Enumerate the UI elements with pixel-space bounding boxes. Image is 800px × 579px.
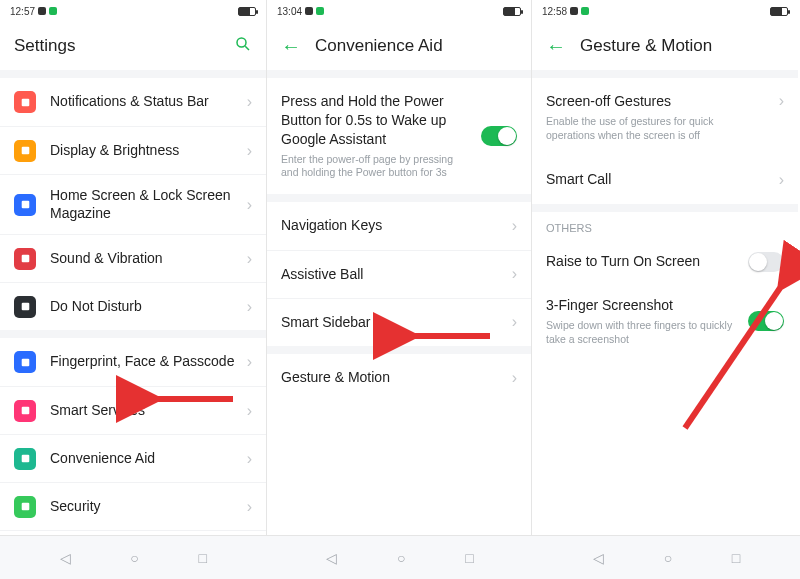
- list-item[interactable]: Assistive Ball›: [267, 250, 531, 298]
- row-label: Home Screen & Lock Screen Magazine: [50, 187, 239, 222]
- row-label: Security: [50, 498, 239, 516]
- nav-back-icon[interactable]: ◁: [593, 550, 604, 566]
- list-item[interactable]: Security›: [0, 482, 266, 530]
- row-label: Navigation Keys: [281, 217, 504, 235]
- list-item[interactable]: Sound & Vibration›: [0, 234, 266, 282]
- title-bar: ← Convenience Aid: [267, 22, 531, 70]
- page-title: Convenience Aid: [315, 36, 443, 56]
- chevron-right-icon: ›: [247, 142, 252, 160]
- app-icon: [14, 351, 36, 373]
- svg-rect-9: [21, 455, 29, 463]
- screen-convenience-aid: 13:04 ← Convenience Aid Press and Hold t…: [266, 0, 532, 579]
- nav-back-icon[interactable]: ◁: [326, 550, 337, 566]
- toggle-raise[interactable]: [748, 252, 784, 272]
- row-label: Smart Sidebar: [281, 314, 504, 332]
- svg-rect-5: [21, 255, 29, 263]
- screen-settings: 12:57 Settings Notifications & Status Ba…: [0, 0, 266, 579]
- nav-home-icon[interactable]: ○: [397, 550, 405, 566]
- app-icon: [14, 296, 36, 318]
- svg-line-1: [245, 46, 249, 50]
- list-item[interactable]: Do Not Disturb›: [0, 282, 266, 330]
- nav-group: ◁ ○ □: [533, 536, 800, 579]
- section-others: OTHERS: [532, 212, 798, 238]
- list-item[interactable]: Navigation Keys›: [267, 202, 531, 250]
- chevron-right-icon: ›: [247, 498, 252, 516]
- svg-rect-2: [21, 98, 29, 106]
- page-title: Gesture & Motion: [580, 36, 712, 56]
- row-label: Notifications & Status Bar: [50, 93, 239, 111]
- app-icon: [14, 400, 36, 422]
- row-label: Smart Services: [50, 402, 239, 420]
- svg-rect-8: [21, 407, 29, 415]
- list-item[interactable]: Home Screen & Lock Screen Magazine›: [0, 174, 266, 234]
- chevron-right-icon: ›: [512, 369, 517, 387]
- chevron-right-icon: ›: [247, 402, 252, 420]
- svg-rect-6: [21, 303, 29, 311]
- list-item[interactable]: Smart Sidebar›: [267, 298, 531, 346]
- list-item[interactable]: Display & Brightness›: [0, 126, 266, 174]
- svg-rect-7: [21, 358, 29, 366]
- app-icon: [14, 194, 36, 216]
- nav-home-icon[interactable]: ○: [130, 550, 138, 566]
- row-label: Assistive Ball: [281, 266, 504, 284]
- nav-group: ◁ ○ □: [0, 536, 267, 579]
- search-icon[interactable]: [234, 35, 252, 58]
- list-item[interactable]: Fingerprint, Face & Passcode›: [0, 338, 266, 386]
- chevron-right-icon: ›: [247, 450, 252, 468]
- list-item[interactable]: Smart Services›: [0, 386, 266, 434]
- app-icon: [14, 140, 36, 162]
- app-icon: [14, 248, 36, 270]
- row-3finger-screenshot[interactable]: 3-Finger Screenshot Swipe down with thre…: [532, 286, 798, 358]
- chevron-right-icon: ›: [247, 298, 252, 316]
- chevron-right-icon: ›: [779, 92, 784, 142]
- svg-rect-3: [21, 147, 29, 155]
- chevron-right-icon: ›: [779, 171, 784, 189]
- chevron-right-icon: ›: [247, 250, 252, 268]
- chevron-right-icon: ›: [512, 265, 517, 283]
- app-icon: [14, 496, 36, 518]
- row-label: Display & Brightness: [50, 142, 239, 160]
- row-screen-off-gestures[interactable]: Screen-off Gestures Enable the use of ge…: [532, 78, 798, 156]
- page-title: Settings: [14, 36, 75, 56]
- svg-rect-4: [21, 201, 29, 209]
- row-label: Do Not Disturb: [50, 298, 239, 316]
- status-bar: 12:57: [0, 0, 266, 22]
- nav-back-icon[interactable]: ◁: [60, 550, 71, 566]
- chevron-right-icon: ›: [512, 217, 517, 235]
- toggle-3finger[interactable]: [748, 311, 784, 331]
- back-icon[interactable]: ←: [546, 35, 566, 58]
- svg-rect-10: [21, 503, 29, 511]
- status-bar: 13:04: [267, 0, 531, 22]
- chevron-right-icon: ›: [247, 353, 252, 371]
- screen-gesture-motion: 12:58 ← Gesture & Motion Screen-off Gest…: [532, 0, 798, 579]
- title-bar: ← Gesture & Motion: [532, 22, 798, 70]
- app-icon: [14, 91, 36, 113]
- nav-recent-icon[interactable]: □: [732, 550, 740, 566]
- back-icon[interactable]: ←: [281, 35, 301, 58]
- nav-home-icon[interactable]: ○: [664, 550, 672, 566]
- row-gesture-motion[interactable]: Gesture & Motion ›: [267, 354, 531, 402]
- chevron-right-icon: ›: [247, 93, 252, 111]
- svg-point-0: [237, 38, 246, 47]
- row-raise-to-turn-on[interactable]: Raise to Turn On Screen: [532, 238, 798, 286]
- list-item[interactable]: Notifications & Status Bar›: [0, 78, 266, 126]
- app-icon: [14, 448, 36, 470]
- chevron-right-icon: ›: [247, 196, 252, 214]
- nav-group: ◁ ○ □: [267, 536, 534, 579]
- row-label: Convenience Aid: [50, 450, 239, 468]
- row-power-assistant[interactable]: Press and Hold the Power Button for 0.5s…: [267, 78, 531, 194]
- status-bar: 12:58: [532, 0, 798, 22]
- row-smart-call[interactable]: Smart Call ›: [532, 156, 798, 204]
- nav-recent-icon[interactable]: □: [198, 550, 206, 566]
- list-item[interactable]: Convenience Aid›: [0, 434, 266, 482]
- row-label: Sound & Vibration: [50, 250, 239, 268]
- toggle-power-assistant[interactable]: [481, 126, 517, 146]
- title-bar: Settings: [0, 22, 266, 70]
- row-label: Fingerprint, Face & Passcode: [50, 353, 239, 371]
- chevron-right-icon: ›: [512, 313, 517, 331]
- nav-recent-icon[interactable]: □: [465, 550, 473, 566]
- nav-bar: ◁ ○ □ ◁ ○ □ ◁ ○ □: [0, 535, 800, 579]
